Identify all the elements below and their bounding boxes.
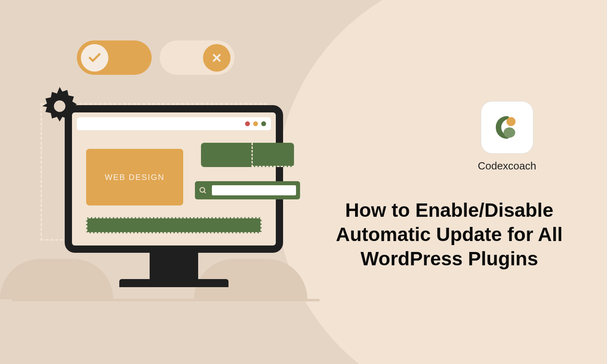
- window-dot-amber: [253, 121, 258, 126]
- window-dot-red: [245, 121, 250, 126]
- card-green-dashed: [252, 143, 294, 167]
- card-web-design: WEB DESIGN: [86, 149, 183, 205]
- monitor-screen: WEB DESIGN: [65, 105, 283, 253]
- bottom-strip: [86, 217, 262, 233]
- background-circle: [275, 0, 607, 364]
- brand-name: Codexcoach: [478, 160, 536, 172]
- toggle-row: [77, 40, 235, 75]
- svg-point-2: [54, 100, 66, 112]
- brand-logo: [481, 101, 533, 154]
- browser-bar: [77, 117, 271, 130]
- close-icon: [203, 44, 231, 72]
- headline: How to Enable/Disable Automatic Update f…: [320, 198, 579, 271]
- monitor: WEB DESIGN: [65, 105, 283, 283]
- svg-line-5: [204, 191, 206, 193]
- ground-line: [12, 299, 319, 301]
- svg-point-4: [200, 187, 205, 192]
- window-dot-green: [261, 121, 266, 126]
- hero-illustration: WEB DESIGN: [12, 40, 295, 324]
- toggle-off: [160, 40, 235, 75]
- brand-block: Codexcoach: [478, 101, 536, 172]
- toggle-on: [77, 40, 152, 75]
- monitor-stand: [150, 253, 198, 279]
- checkmark-icon: [81, 44, 108, 72]
- svg-point-6: [506, 117, 515, 126]
- search-bar: [195, 181, 300, 199]
- monitor-base: [119, 279, 228, 287]
- search-input-placeholder: [212, 185, 296, 195]
- search-icon: [199, 186, 207, 195]
- svg-point-7: [503, 127, 515, 138]
